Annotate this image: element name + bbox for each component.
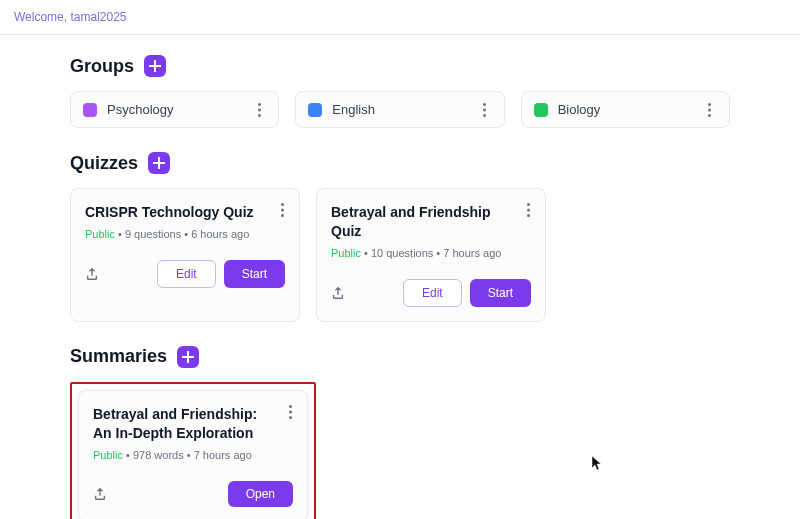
quiz-meta-text: 9 questions • 6 hours ago bbox=[125, 228, 249, 240]
quiz-actions: Edit Start bbox=[331, 279, 531, 307]
svg-point-16 bbox=[289, 410, 292, 413]
start-button[interactable]: Start bbox=[470, 279, 531, 307]
summary-title: Betrayal and Friendship: An In-Depth Exp… bbox=[93, 405, 293, 443]
groups-title: Groups bbox=[70, 56, 134, 77]
quizzes-title: Quizzes bbox=[70, 153, 138, 174]
topbar: Welcome, tamal2025 bbox=[0, 0, 800, 35]
more-vertical-icon bbox=[289, 405, 292, 419]
quiz-meta-text: 10 questions • 7 hours ago bbox=[371, 247, 501, 259]
group-more-button[interactable] bbox=[252, 103, 266, 117]
summaries-section: Summaries Betrayal and Friendship: An In… bbox=[70, 346, 730, 519]
svg-point-14 bbox=[527, 214, 530, 217]
group-name: English bbox=[332, 102, 375, 117]
svg-point-0 bbox=[258, 103, 261, 106]
groups-section: Groups Psychology English bbox=[70, 55, 730, 128]
group-card-english[interactable]: English bbox=[295, 91, 504, 128]
add-quiz-button[interactable] bbox=[148, 152, 170, 174]
plus-icon bbox=[149, 60, 161, 72]
highlighted-summary-wrap: Betrayal and Friendship: An In-Depth Exp… bbox=[70, 382, 316, 519]
summaries-header: Summaries bbox=[70, 346, 730, 368]
svg-point-11 bbox=[281, 214, 284, 217]
open-button[interactable]: Open bbox=[228, 481, 293, 507]
visibility-label: Public bbox=[93, 449, 123, 461]
svg-point-10 bbox=[281, 209, 284, 212]
more-vertical-icon bbox=[281, 203, 284, 217]
summary-meta: Public • 978 words • 7 hours ago bbox=[93, 449, 293, 461]
edit-button[interactable]: Edit bbox=[157, 260, 216, 288]
quiz-more-button[interactable] bbox=[275, 203, 289, 217]
plus-icon bbox=[182, 351, 194, 363]
more-vertical-icon bbox=[483, 103, 486, 117]
summary-card: Betrayal and Friendship: An In-Depth Exp… bbox=[78, 390, 308, 519]
group-more-button[interactable] bbox=[478, 103, 492, 117]
group-card-biology[interactable]: Biology bbox=[521, 91, 730, 128]
groups-row: Psychology English Biology bbox=[70, 91, 730, 128]
svg-point-2 bbox=[258, 114, 261, 117]
quiz-meta: Public • 9 questions • 6 hours ago bbox=[85, 228, 285, 240]
main-container: Groups Psychology English bbox=[0, 35, 800, 519]
svg-point-1 bbox=[258, 108, 261, 111]
svg-point-15 bbox=[289, 405, 292, 408]
svg-point-5 bbox=[483, 114, 486, 117]
group-more-button[interactable] bbox=[703, 103, 717, 117]
start-button[interactable]: Start bbox=[224, 260, 285, 288]
group-color-swatch bbox=[534, 103, 548, 117]
summary-meta-text: 978 words • 7 hours ago bbox=[133, 449, 252, 461]
cursor-icon bbox=[592, 456, 604, 472]
svg-point-7 bbox=[708, 108, 711, 111]
svg-point-6 bbox=[708, 103, 711, 106]
quiz-title: CRISPR Technology Quiz bbox=[85, 203, 285, 222]
groups-header: Groups bbox=[70, 55, 730, 77]
group-name: Psychology bbox=[107, 102, 173, 117]
svg-point-8 bbox=[708, 114, 711, 117]
quizzes-row: CRISPR Technology Quiz Public • 9 questi… bbox=[70, 188, 730, 322]
share-button[interactable] bbox=[93, 487, 107, 501]
visibility-label: Public bbox=[331, 247, 361, 259]
svg-point-12 bbox=[527, 203, 530, 206]
summary-more-button[interactable] bbox=[283, 405, 297, 419]
share-icon bbox=[85, 267, 99, 281]
quiz-card: CRISPR Technology Quiz Public • 9 questi… bbox=[70, 188, 300, 322]
add-summary-button[interactable] bbox=[177, 346, 199, 368]
summary-actions: Open bbox=[93, 481, 293, 507]
plus-icon bbox=[153, 157, 165, 169]
more-vertical-icon bbox=[258, 103, 261, 117]
share-button[interactable] bbox=[331, 286, 345, 300]
quiz-card: Betrayal and Friendship Quiz Public • 10… bbox=[316, 188, 546, 322]
summaries-row: Betrayal and Friendship: An In-Depth Exp… bbox=[70, 382, 730, 519]
svg-point-13 bbox=[527, 209, 530, 212]
visibility-label: Public bbox=[85, 228, 115, 240]
more-vertical-icon bbox=[527, 203, 530, 217]
share-button[interactable] bbox=[85, 267, 99, 281]
quiz-actions: Edit Start bbox=[85, 260, 285, 288]
welcome-text: Welcome, tamal2025 bbox=[14, 10, 127, 24]
group-color-swatch bbox=[308, 103, 322, 117]
svg-point-9 bbox=[281, 203, 284, 206]
quiz-meta: Public • 10 questions • 7 hours ago bbox=[331, 247, 531, 259]
svg-point-3 bbox=[483, 103, 486, 106]
share-icon bbox=[93, 487, 107, 501]
summaries-title: Summaries bbox=[70, 346, 167, 367]
svg-point-17 bbox=[289, 416, 292, 419]
more-vertical-icon bbox=[708, 103, 711, 117]
group-color-swatch bbox=[83, 103, 97, 117]
quiz-more-button[interactable] bbox=[521, 203, 535, 217]
edit-button[interactable]: Edit bbox=[403, 279, 462, 307]
group-name: Biology bbox=[558, 102, 601, 117]
quizzes-section: Quizzes CRISPR Technology Quiz Public • … bbox=[70, 152, 730, 322]
quizzes-header: Quizzes bbox=[70, 152, 730, 174]
share-icon bbox=[331, 286, 345, 300]
add-group-button[interactable] bbox=[144, 55, 166, 77]
svg-point-4 bbox=[483, 108, 486, 111]
quiz-title: Betrayal and Friendship Quiz bbox=[331, 203, 531, 241]
group-card-psychology[interactable]: Psychology bbox=[70, 91, 279, 128]
